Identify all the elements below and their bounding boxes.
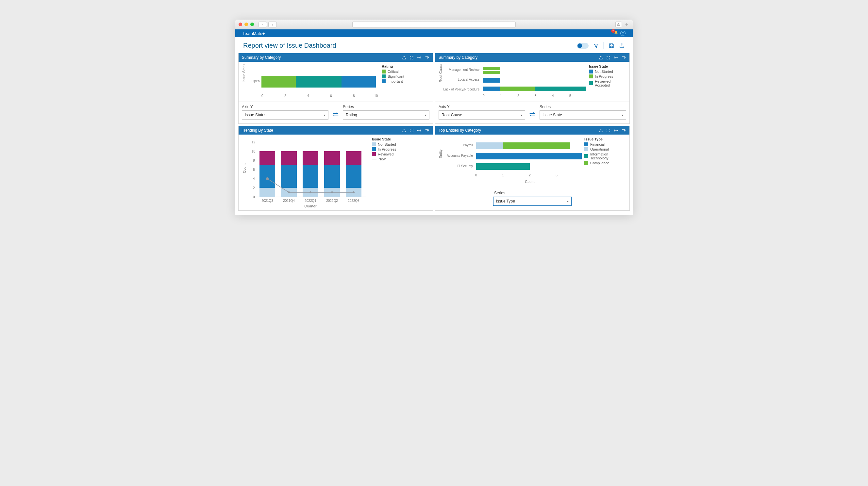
svg-point-58	[331, 191, 333, 193]
close-window-button[interactable]	[239, 23, 242, 26]
svg-rect-17	[483, 67, 500, 70]
svg-text:2: 2	[253, 186, 255, 190]
svg-rect-20	[483, 87, 500, 91]
panel-settings-icon[interactable]	[417, 56, 421, 60]
series-label: Series	[343, 104, 429, 109]
maximize-window-button[interactable]	[250, 23, 254, 26]
forward-button[interactable]: ›	[268, 22, 277, 27]
panel-export-icon[interactable]	[599, 128, 603, 133]
svg-text:2022Q2: 2022Q2	[326, 199, 338, 202]
panel-export-icon[interactable]	[402, 128, 406, 133]
svg-text:6: 6	[253, 168, 255, 171]
series-label: Series	[494, 191, 505, 195]
svg-rect-72	[503, 142, 570, 149]
series-select[interactable]: Issue Type	[493, 197, 571, 206]
panel-title: Summary by Category	[242, 55, 281, 60]
svg-text:IT Security: IT Security	[457, 164, 473, 168]
panel-expand-icon[interactable]	[606, 128, 611, 133]
svg-text:0: 0	[253, 195, 255, 199]
browser-window: ‹ › + TeamMate+ 2 ? Report view of Issue…	[235, 20, 633, 215]
svg-point-59	[352, 191, 354, 193]
svg-rect-73	[476, 153, 582, 159]
save-icon[interactable]	[609, 43, 614, 48]
panel-settings-icon[interactable]	[614, 56, 618, 60]
panel-refresh-icon[interactable]	[621, 56, 626, 60]
swap-axes-button[interactable]	[332, 112, 339, 120]
swap-axes-button[interactable]	[529, 112, 536, 120]
titlebar: ‹ › +	[235, 20, 633, 29]
panel-export-icon[interactable]	[599, 56, 603, 60]
svg-point-0	[418, 57, 420, 58]
svg-text:2021Q3: 2021Q3	[261, 199, 273, 202]
svg-rect-71	[476, 142, 503, 149]
svg-rect-54	[346, 151, 362, 165]
svg-text:4: 4	[307, 94, 309, 98]
svg-point-56	[288, 191, 290, 193]
svg-point-66	[615, 130, 616, 131]
svg-text:10: 10	[252, 150, 255, 153]
panel-refresh-icon[interactable]	[621, 128, 626, 133]
notifications-button[interactable]: 2	[614, 31, 618, 36]
svg-text:10: 10	[374, 94, 378, 98]
svg-text:0: 0	[483, 94, 485, 98]
panel-expand-icon[interactable]	[409, 128, 414, 133]
svg-text:Root Cause: Root Cause	[439, 64, 442, 82]
svg-text:0: 0	[261, 94, 264, 98]
panel-summary-right: Summary by Category Root Cause Managemen…	[435, 53, 630, 124]
svg-rect-45	[281, 151, 297, 165]
minimize-window-button[interactable]	[244, 23, 248, 26]
help-button[interactable]: ?	[620, 31, 625, 36]
filter-icon[interactable]	[593, 43, 599, 48]
back-button[interactable]: ‹	[258, 22, 267, 27]
panel-title: Top Entities by Category	[439, 128, 481, 133]
svg-rect-51	[324, 151, 340, 165]
svg-text:2: 2	[284, 94, 286, 98]
share-icon[interactable]	[615, 22, 622, 27]
axis-y-label: Axis Y	[242, 104, 329, 109]
svg-rect-53	[346, 165, 362, 188]
svg-point-57	[309, 191, 311, 193]
panel-refresh-icon[interactable]	[425, 56, 429, 60]
new-tab-button[interactable]: +	[624, 22, 629, 27]
svg-rect-50	[324, 165, 340, 188]
chart-top-entities: Entity Payroll Accounts Payable IT Secur…	[439, 137, 582, 186]
export-icon[interactable]	[619, 43, 625, 48]
svg-rect-44	[281, 165, 297, 188]
series-select[interactable]: Issue State	[539, 110, 626, 120]
svg-text:1: 1	[500, 94, 502, 98]
svg-rect-3	[261, 76, 296, 88]
series-select[interactable]: Rating	[343, 110, 429, 120]
svg-rect-40	[259, 188, 275, 197]
panel-export-icon[interactable]	[402, 56, 406, 60]
notification-badge: 2	[611, 29, 615, 33]
axis-y-label: Axis Y	[439, 104, 525, 109]
panel-settings-icon[interactable]	[417, 128, 421, 133]
svg-text:2021Q4: 2021Q4	[283, 199, 295, 202]
svg-text:Lack of Policy/Procedure: Lack of Policy/Procedure	[443, 88, 479, 91]
axis-y-select[interactable]: Issue Status	[242, 110, 329, 120]
svg-text:6: 6	[330, 94, 332, 98]
svg-text:Payroll: Payroll	[463, 143, 473, 147]
svg-text:4: 4	[552, 94, 554, 98]
svg-rect-21	[500, 87, 535, 91]
panel-settings-icon[interactable]	[614, 128, 618, 133]
panel-trending: Trending By State Count 024 681012	[238, 126, 433, 210]
svg-text:0: 0	[475, 173, 477, 177]
panel-expand-icon[interactable]	[606, 56, 611, 60]
svg-rect-22	[535, 87, 586, 91]
panel-expand-icon[interactable]	[409, 56, 414, 60]
svg-rect-41	[259, 165, 275, 188]
svg-rect-4	[296, 76, 342, 88]
svg-point-30	[418, 130, 420, 131]
axis-y-select[interactable]: Root Cause	[439, 110, 525, 120]
panel-refresh-icon[interactable]	[425, 128, 429, 133]
legend: Issue Type Financial Operational Informa…	[584, 137, 626, 186]
view-toggle[interactable]	[577, 43, 589, 48]
url-input[interactable]	[352, 22, 516, 27]
svg-text:Management Review: Management Review	[449, 68, 480, 71]
svg-text:1: 1	[502, 173, 504, 177]
svg-text:8: 8	[353, 94, 355, 98]
svg-text:4: 4	[253, 177, 255, 181]
chart-trending: Count 024 681012 2021Q32021Q4202	[242, 137, 369, 209]
svg-text:Count: Count	[525, 180, 534, 184]
